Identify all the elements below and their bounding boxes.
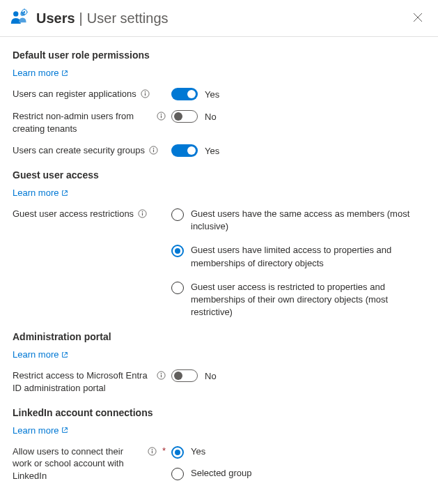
setting-label-restrict-tenants: Restrict non-admin users from creating t… — [13, 110, 152, 135]
setting-linkedin-connect: Allow users to connect their work or sch… — [13, 445, 425, 482]
toggle-restrict-tenants[interactable] — [171, 110, 198, 123]
svg-point-23 — [161, 373, 162, 374]
radio-icon — [171, 468, 184, 480]
svg-point-17 — [153, 148, 155, 149]
learn-more-link-guest-access[interactable]: Learn more — [13, 188, 68, 198]
setting-label-linkedin-connect: Allow users to connect their work or sch… — [13, 445, 143, 482]
svg-point-0 — [13, 11, 18, 16]
learn-more-link-default-permissions[interactable]: Learn more — [13, 68, 68, 78]
learn-more-label: Learn more — [13, 425, 58, 436]
svg-point-3 — [24, 11, 25, 13]
radio-option-linkedin-selected-group[interactable]: Selected group — [171, 467, 425, 480]
learn-more-label: Learn more — [13, 188, 58, 198]
panel-header: Users | User settings — [0, 0, 438, 37]
section-default-permissions: Default user role permissions Learn more… — [13, 49, 425, 157]
setting-register-applications: Users can register applications Yes — [13, 88, 425, 100]
radio-option-guest-restricted[interactable]: Guest user access is restricted to prope… — [171, 281, 425, 319]
setting-guest-restrictions: Guest user access restrictions Guest use… — [13, 208, 425, 319]
toggle-label-restrict-admin-portal: No — [205, 371, 217, 381]
radio-label-guest-limited: Guest users have limited access to prope… — [191, 244, 425, 269]
info-icon[interactable] — [149, 146, 158, 155]
info-icon[interactable] — [157, 371, 166, 380]
required-indicator: * — [162, 445, 166, 456]
radio-icon — [171, 208, 184, 221]
close-button[interactable] — [410, 10, 425, 27]
radio-option-guest-limited[interactable]: Guest users have limited access to prope… — [171, 244, 425, 269]
external-link-icon — [61, 190, 68, 197]
info-icon[interactable] — [157, 112, 166, 121]
radio-icon — [171, 282, 184, 294]
external-link-icon — [61, 427, 68, 434]
header-title-wrap: Users | User settings — [36, 10, 410, 26]
panel-content: Default user role permissions Learn more… — [0, 37, 438, 482]
setting-label-restrict-admin-portal: Restrict access to Microsoft Entra ID ad… — [13, 369, 152, 394]
radio-label-linkedin-selected-group: Selected group — [191, 467, 251, 480]
svg-point-26 — [152, 448, 153, 450]
info-icon[interactable] — [138, 209, 147, 218]
radio-group-linkedin: Yes Selected group — [171, 445, 425, 480]
learn-more-link-admin-portal[interactable]: Learn more — [13, 349, 68, 360]
info-icon[interactable] — [141, 89, 150, 98]
toggle-security-groups[interactable] — [171, 144, 198, 157]
learn-more-label: Learn more — [13, 349, 58, 360]
radio-option-linkedin-yes[interactable]: Yes — [171, 445, 425, 459]
toggle-label-restrict-tenants: No — [205, 112, 217, 122]
setting-label-register-applications: Users can register applications — [13, 88, 136, 100]
radio-label-linkedin-yes: Yes — [191, 445, 205, 458]
external-link-icon — [61, 351, 68, 358]
radio-icon — [171, 446, 184, 459]
users-icon — [10, 8, 29, 28]
toggle-restrict-admin-portal[interactable] — [171, 369, 198, 382]
radio-option-guest-same[interactable]: Guest users have the same access as memb… — [171, 208, 425, 233]
section-linkedin: LinkedIn account connections Learn more … — [13, 407, 425, 482]
external-link-icon — [61, 70, 68, 77]
svg-point-20 — [142, 211, 143, 213]
svg-point-11 — [144, 91, 146, 93]
radio-icon — [171, 245, 184, 257]
learn-more-label: Learn more — [13, 68, 58, 78]
setting-restrict-tenants: Restrict non-admin users from creating t… — [13, 110, 425, 135]
page-title: Users — [36, 10, 75, 26]
toggle-label-register-applications: Yes — [205, 89, 219, 100]
section-title-guest-access: Guest user access — [13, 169, 425, 181]
section-title-linkedin: LinkedIn account connections — [13, 407, 425, 418]
section-admin-portal: Administration portal Learn more Restric… — [13, 331, 425, 394]
section-title-admin-portal: Administration portal — [13, 331, 425, 342]
svg-point-14 — [161, 114, 162, 115]
radio-label-guest-restricted: Guest user access is restricted to prope… — [191, 281, 425, 319]
setting-security-groups: Users can create security groups Yes — [13, 144, 425, 157]
setting-restrict-admin-portal: Restrict access to Microsoft Entra ID ad… — [13, 369, 425, 394]
close-icon — [413, 13, 423, 22]
radio-label-guest-same: Guest users have the same access as memb… — [191, 208, 425, 233]
title-divider: | — [79, 10, 83, 26]
page-subtitle: User settings — [87, 10, 169, 26]
toggle-label-security-groups: Yes — [205, 146, 219, 156]
section-guest-access: Guest user access Learn more Guest user … — [13, 169, 425, 319]
learn-more-link-linkedin[interactable]: Learn more — [13, 425, 68, 436]
toggle-register-applications[interactable] — [171, 88, 198, 100]
setting-label-guest-restrictions: Guest user access restrictions — [13, 208, 134, 220]
radio-group-guest-restrictions: Guest users have the same access as memb… — [171, 208, 425, 319]
section-title-default-permissions: Default user role permissions — [13, 49, 425, 61]
setting-label-security-groups: Users can create security groups — [13, 144, 145, 157]
info-icon[interactable] — [148, 447, 157, 456]
